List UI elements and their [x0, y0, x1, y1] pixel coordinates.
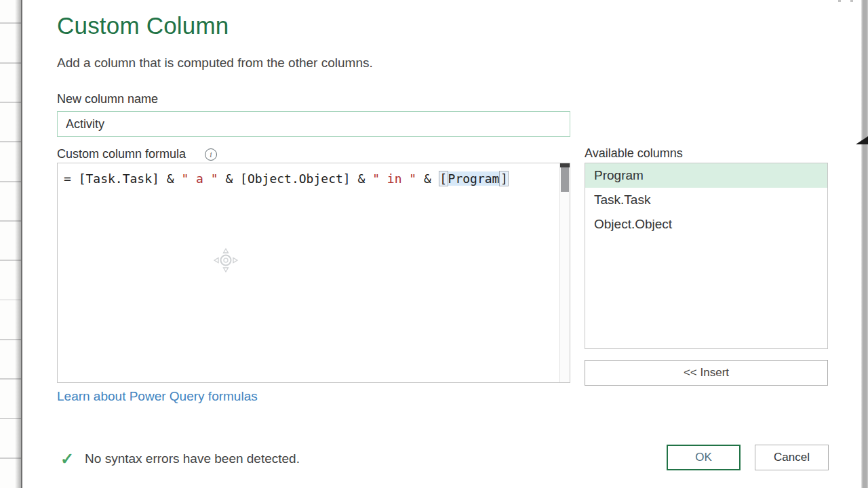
available-column-item[interactable]: Program [585, 163, 827, 188]
formula-token-code: = [Task.Task] & [64, 171, 181, 186]
ok-button[interactable]: OK [667, 445, 741, 470]
new-column-name-label: New column name [57, 92, 158, 106]
insert-button[interactable]: << Insert [585, 360, 828, 386]
syntax-status: ✓ No syntax errors have been detected. [60, 449, 300, 468]
dialog-subtitle: Add a column that is computed from the o… [57, 56, 373, 70]
formula-token-string: " in " [372, 171, 416, 186]
learn-link[interactable]: Learn about Power Query formulas [57, 389, 258, 404]
formula-scrollbar[interactable] [559, 163, 570, 382]
available-columns-label: Available columns [585, 146, 683, 161]
formula-token-bracket: ] [499, 171, 509, 186]
formula-token-highlight: Program [448, 171, 500, 186]
custom-column-dialog: Custom Column Add a column that is compu… [21, 0, 861, 488]
pan-origin-icon [213, 247, 239, 273]
right-edge-strip [861, 0, 868, 488]
check-icon: ✓ [60, 449, 74, 468]
formula-token-code: & [Object.Object] & [218, 171, 373, 186]
available-column-item[interactable]: Object.Object [585, 212, 827, 237]
formula-label: Custom column formula [57, 147, 186, 161]
close-icon[interactable] [838, 0, 853, 3]
new-column-name-input[interactable] [57, 111, 570, 137]
formula-editor[interactable]: = [Task.Task] & " a " & [Object.Object] … [57, 163, 570, 383]
mouse-cursor [856, 136, 868, 145]
background-spreadsheet [0, 0, 21, 488]
formula-token-bracket: [ [439, 171, 448, 186]
formula-token-string: " a " [181, 171, 218, 186]
formula-text: = [Task.Task] & " a " & [Object.Object] … [64, 170, 509, 188]
available-column-item[interactable]: Task.Task [585, 188, 827, 212]
available-columns-list: ProgramTask.TaskObject.Object [585, 163, 828, 349]
formula-token-code: & [416, 171, 439, 186]
status-text: No syntax errors have been detected. [85, 451, 300, 466]
info-icon[interactable]: i [205, 148, 217, 161]
dialog-title: Custom Column [57, 12, 229, 39]
scrollbar-thumb[interactable] [561, 167, 569, 192]
screen: Custom Column Add a column that is compu… [0, 0, 868, 488]
cancel-button[interactable]: Cancel [755, 445, 829, 470]
